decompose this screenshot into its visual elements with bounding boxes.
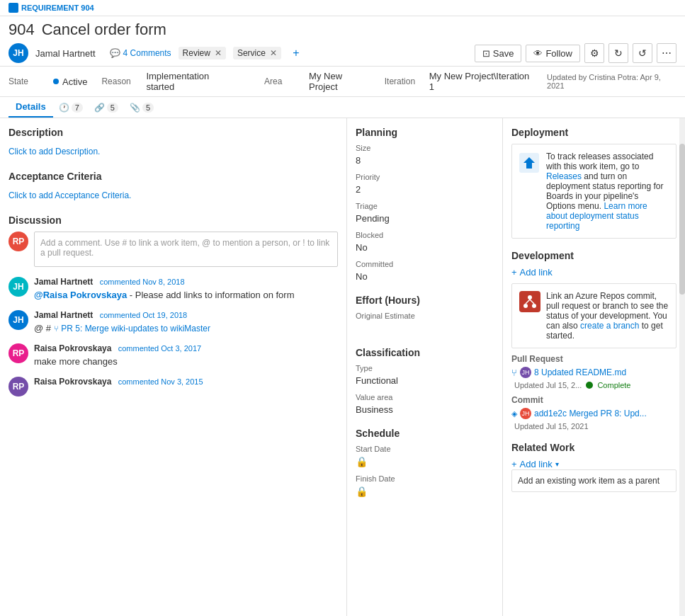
comment-avatar-3: RP [9,343,28,363]
pr-status-row: Updated Jul 15, 2... Complete [514,381,676,389]
tab-details[interactable]: Details [9,97,53,118]
state-label: State [9,76,47,86]
start-date-label: Start Date [356,445,494,453]
type-value[interactable]: Functional [356,374,494,387]
triage-value[interactable]: Pending [356,212,494,225]
tab-attachments[interactable]: 📎 5 [124,100,159,115]
comments-count: 4 Comments [123,48,171,58]
comment-date-2[interactable]: commented Oct 19, 2018 [100,311,188,319]
create-branch-link[interactable]: create a branch [580,321,639,331]
dev-text: Link an Azure Repos commit, pull request… [546,291,669,341]
current-user-avatar: RP [9,232,28,251]
committed-value[interactable]: No [356,270,494,283]
iteration-value: My New Project\Iteration 1 [429,71,533,92]
pr-user-avatar: JH [520,367,531,378]
history-count: 7 [72,103,83,113]
triage-label: Triage [356,202,494,210]
comment-item-3: RP Raisa Pokrovskaya commented Oct 3, 20… [9,343,338,367]
tag-review: Review ✕ [179,47,226,59]
related-add-link-button[interactable]: + Add link ▾ [511,459,676,469]
add-tag-button[interactable]: + [288,45,304,61]
work-id: 904 [9,21,35,39]
comment-body-3: Raisa Pokrovskaya commented Oct 3, 2017 … [34,343,338,367]
pr-date-text: Updated Jul 15, 2... [514,381,582,389]
discussion-section: Discussion RP Add a comment. Use # to li… [9,215,338,397]
blocked-value[interactable]: No [356,241,494,254]
comment-text-2: @ # ⑂ PR 5: Merge wiki-updates to wikiMa… [34,323,338,333]
deployment-box: To track releases associated with this w… [511,144,676,239]
value-area-value[interactable]: Business [356,403,494,416]
comment-icon: 💬 [110,48,120,58]
author-name: Jamal Hartnett [35,48,96,59]
reason-value: Implementation started [146,71,236,92]
commit-date: Updated Jul 15, 2021 [514,422,676,430]
tag-service: Service ✕ [233,47,281,59]
work-title: Cancel order form [42,21,166,39]
comment-item: JH Jamal Hartnett commented Nov 8, 2018 … [9,277,338,300]
comment-avatar-1: JH [9,277,28,297]
finish-date-lock-icon: 🔒 [356,486,368,497]
deployment-icon [519,152,540,173]
start-date-lock-icon: 🔒 [356,456,368,467]
req-label: REQUIREMENT 904 [21,4,94,12]
commit-date-text: Updated Jul 15, 2021 [514,422,589,430]
pr-link[interactable]: PR 5: Merge wiki-updates to wikiMaster [61,324,210,333]
follow-icon: 👁 [533,48,543,59]
tab-links[interactable]: 🔗 5 [89,100,124,115]
deployment-description: To track releases associated with this w… [546,152,653,171]
dev-add-link-button[interactable]: + Add link [511,267,676,278]
commenter-4: Raisa Pokrovskaya [34,377,111,387]
priority-value[interactable]: 2 [356,183,494,196]
area-label: Area [264,76,303,86]
follow-button[interactable]: 👁 Follow [526,45,580,62]
tag-service-remove[interactable]: ✕ [270,48,277,58]
committed-label: Committed [356,260,494,268]
tag-review-remove[interactable]: ✕ [215,48,222,58]
comment-date-4[interactable]: commented Nov 3, 2015 [118,377,203,386]
acceptance-placeholder[interactable]: Click to add Acceptance Criteria. [9,188,338,203]
complete-text: Complete [597,381,630,389]
tab-bar: Details 🕐 7 🔗 5 📎 5 [0,97,685,118]
commit-item-text[interactable]: add1e2c Merged PR 8: Upd... [534,409,647,418]
commit-icon: ◈ [511,409,517,418]
related-chevron-icon: ▾ [555,460,559,468]
finish-date-value[interactable]: 🔒 [356,484,494,498]
pr-merge-icon-1: ⑂ [511,367,517,378]
iteration-label: Iteration [385,76,424,86]
value-area-label: Value area [356,393,494,401]
top-bar: REQUIREMENT 904 [0,0,685,16]
related-add-label: Add link [520,459,553,469]
releases-link[interactable]: Releases [546,171,582,181]
more-button[interactable]: ⋯ [657,43,676,63]
pr-item-text[interactable]: 8 Updated README.md [534,367,626,377]
author-row: JH Jamal Hartnett 💬 4 Comments Review ✕ … [0,42,685,67]
comment-body-2: Jamal Hartnett commented Oct 19, 2018 @ … [34,310,338,333]
refresh-button[interactable]: ↻ [608,43,628,63]
comments-button[interactable]: 💬 4 Comments [110,48,171,58]
follow-label: Follow [545,48,572,59]
planning-section: Planning Size 8 Priority 2 Triage Pendin… [356,127,494,283]
related-item-text: Add an existing work item as a parent [518,476,659,486]
state-value: Active [53,76,87,87]
links-count: 5 [107,103,118,113]
commenter-3: Raisa Pokrovskaya [34,343,111,353]
comment-text-3: make more changes [34,356,338,367]
settings-button[interactable]: ⚙ [584,43,604,63]
deployment-text: To track releases associated with this w… [546,152,669,231]
development-section: Development + Add link Link an Azure Re [511,250,676,430]
scrollbar-thumb[interactable] [679,144,685,295]
comment-date-1[interactable]: commented Nov 8, 2018 [100,278,185,286]
priority-label: Priority [356,173,494,181]
comment-date-3[interactable]: commented Oct 3, 2017 [118,344,201,353]
start-date-value[interactable]: 🔒 [356,455,494,469]
comment-meta-3: Raisa Pokrovskaya commented Oct 3, 2017 [34,343,338,353]
undo-button[interactable]: ↺ [633,43,652,63]
area-value: My New Project [309,71,370,92]
tab-history[interactable]: 🕐 7 [53,100,89,115]
description-placeholder[interactable]: Click to add Description. [9,144,338,159]
size-value[interactable]: 8 [356,154,494,167]
save-button[interactable]: ⊡ Save [475,45,522,62]
comment-input[interactable]: Add a comment. Use # to link a work item… [34,232,338,267]
original-estimate-value[interactable] [356,321,494,336]
state-text: Active [62,76,87,87]
